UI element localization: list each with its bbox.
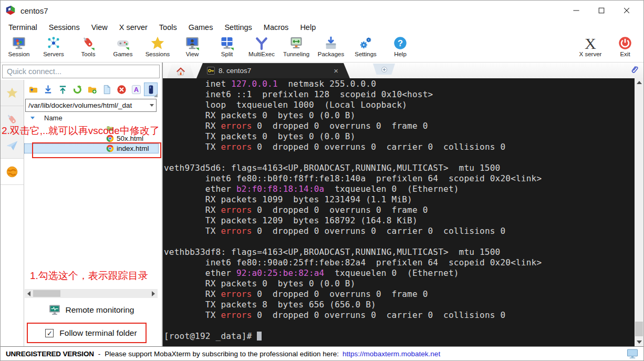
home-tab[interactable] [167, 64, 194, 78]
follow-terminal-folder-label: Follow terminal folder [59, 328, 137, 338]
toolbar-label: Tunneling [283, 51, 309, 57]
sessions-star-icon [150, 36, 165, 50]
remote-monitor-icon [48, 304, 61, 316]
toolbar-label: Packages [318, 51, 345, 57]
unregistered-version-label: UNREGISTERED VERSION [6, 350, 94, 358]
tab-centos7[interactable]: 8. centos7 × [196, 63, 350, 78]
follow-terminal-folder-checkbox[interactable]: ✓ [45, 329, 54, 337]
toolbar-button-packages[interactable]: Packages [314, 36, 348, 57]
exit-icon [618, 36, 632, 50]
file-toolbar-new-file-button[interactable] [100, 82, 113, 96]
file-toolbar: A [24, 80, 162, 99]
rename-icon: A [131, 85, 141, 95]
window-controls [564, 3, 639, 18]
scrollbar-thumb[interactable] [33, 290, 60, 297]
toolbar-button-tunneling[interactable]: Tunneling [279, 36, 314, 57]
menu-item-terminal[interactable]: Terminal [3, 23, 43, 32]
menu-item-view[interactable]: View [86, 23, 113, 32]
toolbar-label: Servers [43, 51, 64, 57]
file-row-index-html[interactable]: index.html [24, 143, 159, 153]
file-toolbar-refresh-button[interactable] [70, 82, 84, 96]
minimize-button[interactable] [564, 3, 589, 18]
terminal-line: ether b2:f0:f8:18:14:0a txqueuelen 0 (Et… [164, 184, 635, 194]
terminal-scrollbar[interactable] [635, 78, 643, 346]
menu-item-x-server[interactable]: X server [113, 23, 153, 32]
scroll-up-arrow[interactable] [635, 78, 643, 87]
scroll-right-arrow[interactable] [149, 289, 158, 298]
toolbar-button-view[interactable]: View [175, 36, 210, 57]
toolbar-label: Exit [620, 51, 630, 57]
paper-plane-icon [6, 139, 18, 152]
remote-monitoring-button[interactable]: Remote monitoring [25, 303, 158, 317]
maximize-button[interactable] [589, 3, 614, 18]
status-message: Please support MobaXterm by subscribing … [105, 350, 339, 358]
file-name: index.html [117, 145, 149, 152]
file-toolbar-upload-button[interactable] [56, 82, 69, 96]
scroll-left-arrow[interactable] [25, 289, 33, 298]
scroll-down-arrow[interactable] [635, 338, 643, 346]
toolbar-button-split[interactable]: Split [210, 36, 244, 57]
sidebar-tab-sftp[interactable] [1, 159, 24, 185]
session-icon [12, 36, 26, 50]
terminal-scrollbar-thumb[interactable] [635, 322, 643, 336]
settings-icon [358, 36, 373, 50]
toolbar-button-games[interactable]: Games [106, 36, 140, 57]
toolbar-button-x-server[interactable]: XX server [573, 36, 608, 57]
monitor-icon [627, 349, 638, 359]
toolbar-label: MultiExec [248, 51, 275, 57]
toolbar-button-session[interactable]: Session [2, 36, 36, 57]
toolbar-button-help[interactable]: ?Help [383, 36, 418, 57]
status-separator: - [98, 350, 101, 358]
terminal-line [164, 321, 635, 331]
terminal-output[interactable]: inet 127.0.0.1 netmask 255.0.0.0 inet6 :… [163, 78, 635, 346]
packages-icon [324, 36, 338, 50]
file-toolbar-rename-button[interactable]: A [129, 82, 143, 96]
paperclip-icon[interactable] [630, 64, 639, 76]
download-icon [43, 85, 53, 95]
file-toolbar-go-up-button[interactable] [26, 82, 40, 96]
tools-icon [81, 36, 96, 50]
tab-close-icon[interactable]: × [333, 67, 339, 75]
upload-icon [58, 85, 68, 95]
tab-bar: 8. centos7 × [163, 63, 643, 78]
sort-direction-icon [30, 117, 35, 119]
menu-item-games[interactable]: Games [183, 23, 219, 32]
file-toolbar-delete-button[interactable] [115, 82, 128, 96]
star-faded-icon [6, 87, 18, 99]
toolbar-button-settings[interactable]: Settings [348, 36, 383, 57]
terminal-line: TX packets 8 bytes 656 (656.0 B) [164, 300, 635, 310]
knife-faded-icon [6, 113, 18, 126]
file-list-header[interactable]: Name [24, 112, 162, 123]
toolbar-button-tools[interactable]: Tools [71, 36, 106, 57]
terminal-line: TX packets 1209 bytes 168792 (164.8 KiB) [164, 215, 635, 226]
terminal-panel: 8. centos7 × inet 127.0.0.1 netmask 255.… [162, 63, 643, 346]
toolbar-label: Session [8, 51, 30, 57]
file-toolbar-download-button[interactable] [41, 82, 55, 96]
new-file-icon [102, 85, 112, 95]
menu-item-settings[interactable]: Settings [219, 23, 257, 32]
close-button[interactable] [614, 3, 639, 18]
toolbar-label: Tools [81, 51, 96, 57]
file-toolbar-new-folder-button[interactable] [85, 82, 99, 96]
sidebar-tab-sessions[interactable] [1, 80, 24, 106]
corner-resize-icon[interactable] [154, 94, 158, 97]
terminal-line: inet6 fe80::b0f0:f8ff:fe18:140a prefixle… [164, 173, 635, 184]
menu-item-help[interactable]: Help [294, 23, 321, 32]
menu-item-tools[interactable]: Tools [153, 23, 183, 32]
annotation-step1: 1.勾选这个，表示跟踪目录 [30, 269, 148, 283]
toolbar-button-sessions[interactable]: Sessions [140, 36, 175, 57]
scrollbar-track[interactable] [33, 289, 149, 298]
quick-connect-input[interactable] [2, 65, 160, 78]
mobatek-link[interactable]: https://mobaxterm.mobatek.net [342, 350, 440, 358]
menu-item-macros[interactable]: Macros [258, 23, 295, 32]
toolbar-button-multiexec[interactable]: MultiExec [244, 36, 279, 57]
menu-item-sessions[interactable]: Sessions [43, 23, 86, 32]
terminal-line: RX errors 0 dropped 0 overruns 0 frame 0 [164, 289, 635, 300]
new-tab-button[interactable] [373, 64, 395, 75]
toolbar-left: SessionServersToolsGamesSessionsViewSpli… [2, 36, 418, 57]
toolbar-button-servers[interactable]: Servers [36, 36, 71, 57]
path-dropdown[interactable]: /var/lib/docker/volumes/html/_dat [25, 99, 157, 112]
horizontal-scrollbar[interactable] [25, 289, 158, 298]
toolbar-button-exit[interactable]: Exit [608, 36, 642, 57]
help-icon: ? [393, 36, 408, 50]
